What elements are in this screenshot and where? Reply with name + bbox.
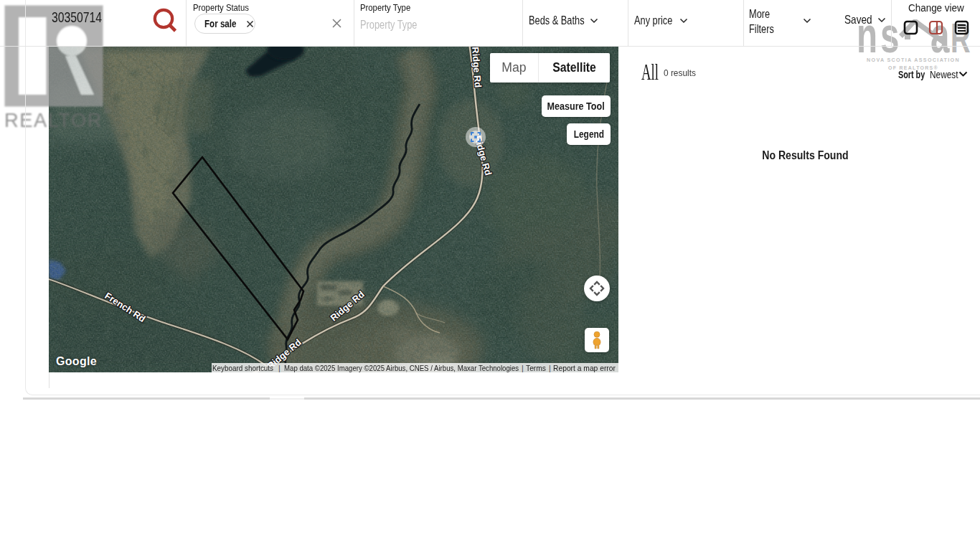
svg-text:NOVA SCOTIA ASSOCIATION: NOVA SCOTIA ASSOCIATION (867, 57, 960, 63)
svg-text:REALTOR: REALTOR (4, 110, 103, 131)
